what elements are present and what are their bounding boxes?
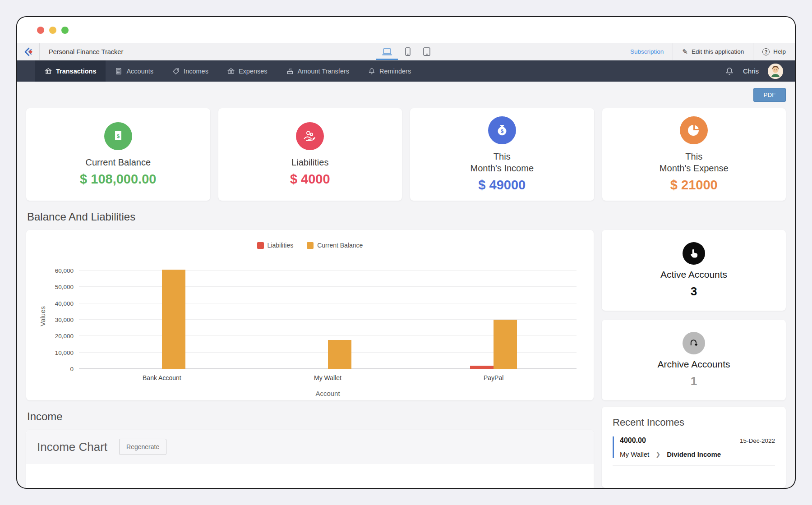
gridline (79, 286, 577, 287)
user-avatar[interactable] (768, 64, 783, 79)
window-titlebar (17, 17, 795, 43)
archive-accounts-label: Archive Accounts (657, 359, 730, 370)
gridline (79, 270, 577, 271)
nav-item-expenses[interactable]: Expenses (218, 60, 277, 82)
notifications-bell-icon[interactable] (725, 67, 734, 76)
laptop-view-button[interactable] (382, 43, 392, 60)
nav-item-incomes[interactable]: Incomes (163, 60, 218, 82)
bar-liabilities[interactable] (470, 366, 494, 369)
help-icon: ? (762, 48, 770, 55)
y-tick-label: 30,000 (55, 317, 74, 323)
y-tick-label: 60,000 (55, 267, 74, 274)
archive-accounts-value: 1 (691, 374, 697, 388)
y-tick-label: 0 (70, 366, 74, 372)
nav-label: Transactions (56, 68, 96, 75)
user-name[interactable]: Chris (743, 67, 759, 75)
x-category-label: Bank Account (143, 374, 181, 381)
app-logo[interactable] (17, 43, 40, 60)
y-tick-label: 40,000 (55, 300, 74, 307)
recent-incomes-card: Recent Incomes 4000.00 15-Dec-2022 My Wa… (602, 407, 786, 488)
stat-value: $ 49000 (478, 178, 526, 193)
chart-plot: 0 10,000 20,000 30,000 40,000 50,000 60,… (79, 262, 577, 369)
dashboard-content: PDF $ Current Balance $ 108,000.00 (17, 82, 795, 488)
x-category-label: My Wallet (314, 374, 341, 381)
stat-label: Liabilities (291, 156, 328, 168)
creator-logo-icon (23, 46, 34, 57)
income-amount: 4000.00 (620, 436, 646, 445)
maximize-window-button[interactable] (61, 27, 69, 34)
app-title: Personal Finance Tracker (40, 43, 123, 60)
main-navbar: Transactions Accounts Incomes Expenses (17, 60, 795, 82)
bar-current-balance[interactable] (328, 340, 351, 369)
legend-swatch (257, 242, 264, 249)
tablet-view-button[interactable] (423, 43, 430, 60)
archive-accounts-card: Archive Accounts 1 (602, 320, 786, 400)
phone-icon (405, 47, 411, 56)
phone-view-button[interactable] (405, 43, 411, 60)
nav-item-reminders[interactable]: Reminders (359, 60, 420, 82)
legend-item[interactable]: Liabilities (257, 242, 294, 249)
bar-current-balance[interactable] (162, 270, 185, 369)
header-actions: Subscription ✎ Edit this application ? H… (621, 43, 795, 60)
nav-item-transactions[interactable]: Transactions (35, 60, 106, 82)
chevron-right-icon: ❯ (655, 451, 660, 458)
tag-icon (172, 68, 180, 75)
y-tick-label: 20,000 (55, 333, 74, 340)
regenerate-button[interactable]: Regenerate (119, 439, 166, 455)
recent-incomes-title: Recent Incomes (613, 417, 775, 428)
pdf-export-button[interactable]: PDF (753, 88, 786, 102)
month-expense-card: ThisMonth's Expense $ 21000 (602, 108, 786, 201)
stat-label: Current Balance (85, 156, 151, 168)
y-axis-title: Values (39, 306, 46, 326)
close-window-button[interactable] (37, 27, 44, 34)
income-account: My Wallet (620, 450, 649, 458)
recent-income-item[interactable]: 4000.00 15-Dec-2022 My Wallet ❯ Dividend… (613, 436, 775, 458)
pencil-icon: ✎ (682, 48, 688, 56)
x-category-label: PayPal (484, 374, 503, 381)
legend-item[interactable]: Current Balance (307, 242, 363, 249)
stat-value: $ 4000 (290, 172, 330, 187)
help-label: Help (773, 48, 786, 55)
hand-pointer-icon (683, 242, 705, 265)
stat-label: ThisMonth's Expense (660, 151, 729, 174)
income-chart-card: Income Chart Regenerate (26, 430, 594, 488)
app-window: Personal Finance Tracker Subscription (16, 16, 796, 489)
nav-label: Incomes (184, 68, 208, 75)
current-balance-card: $ Current Balance $ 108,000.00 (26, 108, 210, 201)
tablet-icon (423, 47, 430, 56)
income-category: Dividend Income (667, 450, 721, 458)
y-tick-label: 50,000 (55, 284, 74, 290)
uturn-arrow-icon (683, 332, 705, 354)
income-date: 15-Dec-2022 (740, 437, 775, 444)
stat-value: $ 108,000.00 (80, 172, 156, 187)
subscription-link[interactable]: Subscription (621, 43, 673, 60)
money-bag-icon: $ (488, 116, 516, 144)
nav-label: Amount Transfers (298, 68, 349, 75)
help-button[interactable]: ? Help (753, 43, 795, 60)
bar-current-balance[interactable] (494, 320, 517, 369)
chart-legend: Liabilities Current Balance (39, 242, 581, 249)
active-accounts-label: Active Accounts (660, 269, 727, 280)
legend-swatch (307, 242, 314, 249)
svg-text:$: $ (501, 129, 503, 134)
bank-columns-icon (45, 68, 52, 75)
nav-label: Accounts (126, 68, 153, 75)
stat-label: ThisMonth's Income (470, 151, 534, 174)
y-tick-label: 10,000 (55, 349, 74, 356)
liabilities-card: Liabilities $ 4000 (218, 108, 402, 201)
balance-section-title: Balance And Liabilities (27, 211, 785, 223)
month-income-card: $ ThisMonth's Income $ 49000 (410, 108, 594, 201)
svg-text:$: $ (117, 133, 120, 139)
calculator-icon (115, 68, 122, 75)
nav-item-amount-transfers[interactable]: Amount Transfers (277, 60, 359, 82)
nav-item-accounts[interactable]: Accounts (106, 60, 163, 82)
income-chart-title: Income Chart (37, 440, 107, 454)
edit-application-button[interactable]: ✎ Edit this application (673, 43, 753, 60)
x-axis-title: Account (79, 390, 577, 397)
gridline (79, 303, 577, 303)
navbar-user-area: Chris (725, 60, 795, 82)
hand-coins-icon (296, 122, 324, 150)
divider (613, 465, 775, 466)
minimize-window-button[interactable] (49, 27, 56, 34)
laptop-icon (382, 48, 392, 56)
